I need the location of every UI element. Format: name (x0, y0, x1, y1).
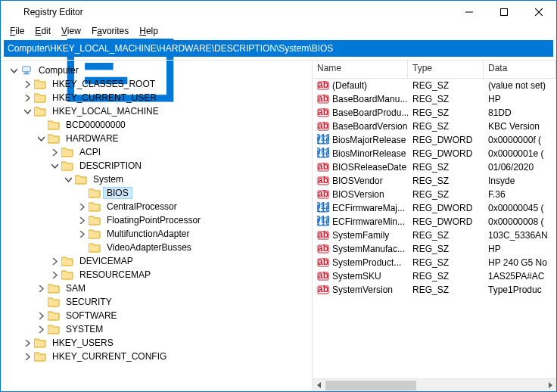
value-row[interactable]: (Default)REG_SZ(value not set) (313, 79, 556, 92)
scroll-right-arrow-icon[interactable] (543, 379, 556, 392)
menu-edit[interactable]: Edit (30, 25, 55, 37)
chevron-down-icon[interactable] (36, 133, 46, 144)
value-name: ECFirmwareMaj... (332, 203, 405, 213)
column-header-data[interactable]: Data (484, 61, 556, 78)
chevron-right-icon[interactable] (76, 201, 87, 212)
value-data: KBC Version (484, 121, 556, 132)
tree-node-devicemap[interactable]: DEVICEMAP (49, 254, 312, 268)
menu-favorites[interactable]: Favorites (87, 25, 133, 37)
value-data: 1AS25PA#AC (484, 271, 556, 282)
value-data: 0x0000000f ( (484, 135, 556, 145)
chevron-right-icon[interactable] (49, 147, 60, 157)
chevron-down-icon[interactable] (63, 174, 73, 185)
tree-node-sam[interactable]: SAM (36, 282, 312, 295)
value-name: BiosMajorRelease (332, 135, 406, 145)
minimize-button[interactable] (452, 1, 487, 23)
chevron-right-icon[interactable] (36, 324, 46, 334)
value-name: BaseBoardManu... (332, 94, 407, 104)
string-value-icon (317, 161, 329, 173)
chevron-right-icon[interactable] (22, 338, 33, 348)
tree-node-system[interactable]: System (63, 173, 312, 186)
value-row[interactable]: SystemVersionREG_SZType1Produc (313, 283, 556, 297)
horizontal-scrollbar[interactable] (313, 378, 556, 391)
tree-node-bios[interactable]: BIOS (76, 186, 312, 200)
values-list[interactable]: (Default)REG_SZ(value not set)BaseBoardM… (313, 79, 556, 378)
chevron-down-icon[interactable] (8, 65, 19, 76)
chevron-down-icon[interactable] (49, 160, 60, 171)
tree-node-hardware[interactable]: HARDWARE (36, 132, 312, 145)
chevron-right-icon[interactable] (49, 269, 60, 280)
tree-node-security[interactable]: SECURITY (36, 295, 312, 309)
tree-node-multifunction[interactable]: MultifunctionAdapter (76, 227, 312, 241)
scroll-left-arrow-icon[interactable] (313, 379, 325, 392)
tree-node-hkcc[interactable]: HKEY_CURRENT_CONFIG (22, 350, 312, 363)
value-row[interactable]: BIOSVendorREG_SZInsyde (313, 174, 556, 188)
column-header-type[interactable]: Type (408, 61, 484, 78)
maximize-button[interactable] (487, 1, 521, 23)
value-type: REG_SZ (408, 80, 484, 91)
value-type: REG_SZ (408, 230, 484, 241)
content-area: Computer HKEY_CLASSES_ROOT HKEY_CURRENT_… (1, 60, 556, 391)
chevron-right-icon[interactable] (22, 92, 33, 103)
value-name: BIOSReleaseDate (332, 162, 406, 173)
value-name: BaseBoardProdu... (332, 107, 408, 118)
value-row[interactable]: BaseBoardProdu...REG_SZ81DD (313, 106, 556, 120)
tree-node-system-key[interactable]: SYSTEM (36, 322, 312, 336)
string-value-icon (317, 120, 329, 132)
value-row[interactable]: ECFirmwareMaj...REG_DWORD0x00000045 ( (313, 201, 556, 215)
value-name: BaseBoardVersion (332, 121, 407, 132)
tree-node-hkcr[interactable]: HKEY_CLASSES_ROOT (22, 77, 312, 91)
value-row[interactable]: SystemManufac...REG_SZHP (313, 242, 556, 256)
tree-node-resourcemap[interactable]: RESOURCEMAP (49, 268, 312, 282)
address-bar[interactable]: Computer\HKEY_LOCAL_MACHINE\HARDWARE\DES… (4, 40, 553, 57)
folder-icon (34, 350, 46, 362)
value-row[interactable]: BIOSVersionREG_SZF.36 (313, 188, 556, 201)
titlebar[interactable]: Registry Editor (1, 1, 556, 23)
value-row[interactable]: BiosMajorReleaseREG_DWORD0x0000000f ( (313, 133, 556, 147)
value-row[interactable]: BiosMinorReleaseREG_DWORD0x0000001e ( (313, 147, 556, 160)
value-name: BIOSVersion (332, 189, 384, 200)
chevron-right-icon[interactable] (36, 310, 46, 321)
tree-pane[interactable]: Computer HKEY_CLASSES_ROOT HKEY_CURRENT_… (1, 61, 313, 391)
value-type: REG_SZ (408, 162, 484, 173)
tree-node-hkcu[interactable]: HKEY_CURRENT_USER (22, 91, 312, 104)
value-row[interactable]: BaseBoardVersionREG_SZKBC Version (313, 120, 556, 133)
value-row[interactable]: SystemSKUREG_SZ1AS25PA#AC (313, 269, 556, 283)
chevron-right-icon[interactable] (36, 283, 46, 294)
value-type: REG_SZ (408, 121, 484, 132)
value-name: (Default) (332, 80, 367, 91)
value-row[interactable]: BIOSReleaseDateREG_SZ01/06/2020 (313, 160, 556, 174)
value-name: ECFirmwareMin... (332, 216, 405, 227)
tree-node-centralprocessor[interactable]: CentralProcessor (76, 200, 312, 213)
value-row[interactable]: SystemFamilyREG_SZ103C_5336AN (313, 229, 556, 242)
string-value-icon (317, 79, 329, 92)
menu-file[interactable]: File (5, 25, 29, 37)
tree-node-videoadapter[interactable]: VideoAdapterBusses (76, 241, 312, 254)
column-header-name[interactable]: Name (313, 61, 408, 78)
tree-node-computer[interactable]: Computer (8, 64, 312, 77)
tree-node-hklm[interactable]: HKEY_LOCAL_MACHINE (22, 104, 312, 118)
tree-node-bcd[interactable]: BCD00000000 (36, 118, 312, 132)
value-row[interactable]: ECFirmwareMin...REG_DWORD0x00000008 ( (313, 215, 556, 229)
chevron-right-icon[interactable] (49, 256, 60, 266)
value-row[interactable]: BaseBoardManu...REG_SZHP (313, 92, 556, 106)
close-button[interactable] (521, 1, 556, 23)
tree-node-description[interactable]: DESCRIPTION (49, 159, 312, 173)
string-value-icon (317, 257, 329, 269)
value-row[interactable]: SystemProduct...REG_SZHP 240 G5 No (313, 256, 556, 269)
tree-node-hku[interactable]: HKEY_USERS (22, 336, 312, 350)
chevron-right-icon[interactable] (76, 215, 87, 226)
string-value-icon (317, 243, 329, 255)
menu-help[interactable]: Help (135, 25, 163, 37)
chevron-right-icon[interactable] (22, 79, 33, 89)
chevron-down-icon[interactable] (22, 106, 33, 117)
value-type: REG_DWORD (408, 148, 484, 159)
chevron-right-icon[interactable] (76, 229, 87, 239)
tree-node-software[interactable]: SOFTWARE (36, 309, 312, 322)
tree-node-floatingpoint[interactable]: FloatingPointProcessor (76, 213, 312, 227)
folder-icon (48, 282, 60, 294)
scroll-thumb[interactable] (325, 381, 416, 390)
chevron-right-icon[interactable] (22, 351, 33, 362)
tree-node-acpi[interactable]: ACPI (49, 145, 312, 159)
menu-view[interactable]: View (57, 25, 86, 37)
